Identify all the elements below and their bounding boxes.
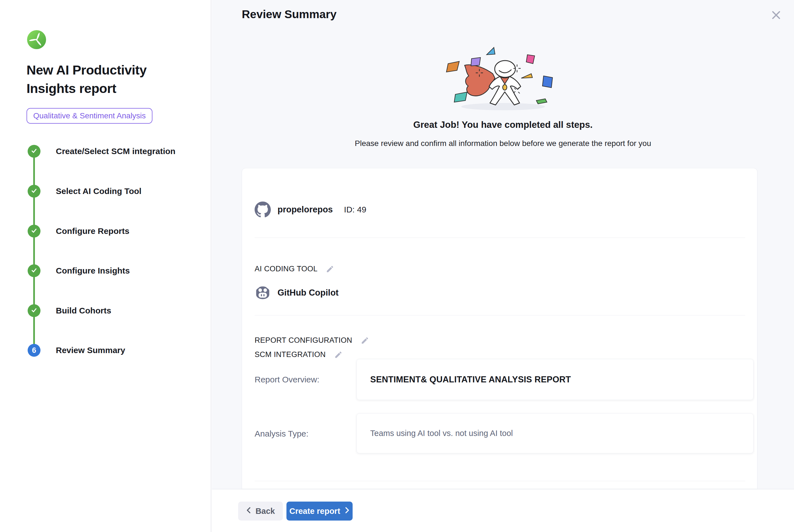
- congrats-message: Great Job! You have completed all steps.: [212, 119, 794, 130]
- scm-integration-id: ID: 49: [344, 205, 366, 214]
- ai-tool-section-label: AI CODING TOOL: [254, 265, 318, 273]
- check-icon: [31, 187, 37, 195]
- scm-integration-name: propelorepos: [278, 205, 333, 215]
- step-2-indicator[interactable]: [27, 185, 40, 197]
- review-note: Please review and confirm all informatio…: [212, 139, 794, 148]
- copilot-icon: [254, 285, 271, 301]
- scm-section-label: SCM INTEGRATION: [254, 350, 326, 359]
- section-divider: [254, 481, 745, 481]
- wizard-sidebar: New AI Productivity Insights report Qual…: [0, 0, 211, 532]
- section-divider: [254, 315, 745, 316]
- back-button-label: Back: [256, 507, 275, 516]
- panel-title: Review Summary: [242, 8, 337, 21]
- chevron-right-icon: [344, 507, 350, 516]
- stepper-connector: [33, 151, 35, 350]
- wizard-title: New AI Productivity Insights report: [26, 61, 177, 98]
- section-divider: [254, 238, 745, 238]
- sidebar-step-insights[interactable]: Configure Insights: [56, 266, 130, 276]
- github-icon: [254, 202, 271, 218]
- step-3-indicator[interactable]: [27, 225, 40, 238]
- report-overview-value: SENTIMENT& QUALITATIVE ANALYSIS REPORT: [357, 359, 754, 400]
- step-6-number: 6: [32, 346, 36, 355]
- close-icon[interactable]: [770, 8, 783, 22]
- sidebar-step-cohorts[interactable]: Build Cohorts: [56, 306, 111, 316]
- chevron-left-icon: [246, 507, 251, 516]
- check-icon: [31, 267, 37, 275]
- report-config-section-label: REPORT CONFIGURATION: [254, 336, 352, 345]
- sidebar-step-scm[interactable]: Create/Select SCM integration: [56, 147, 175, 156]
- analysis-type-badge: Qualitative & Sentiment Analysis: [26, 108, 152, 124]
- back-button[interactable]: Back: [238, 501, 283, 520]
- check-icon: [31, 227, 37, 235]
- edit-pencil-icon[interactable]: [326, 265, 334, 273]
- report-overview-label: Report Overview:: [254, 375, 319, 384]
- analysis-type-label: Analysis Type:: [254, 429, 308, 438]
- ai-tool-name: GitHub Copilot: [278, 288, 339, 298]
- propeller-icon: [27, 30, 46, 49]
- sidebar-step-reports[interactable]: Configure Reports: [56, 226, 129, 236]
- edit-pencil-icon[interactable]: [361, 336, 369, 345]
- step-1-indicator[interactable]: [27, 145, 40, 158]
- edit-pencil-icon[interactable]: [334, 350, 343, 359]
- create-report-button[interactable]: Create report: [286, 501, 353, 520]
- sidebar-step-ai-tool[interactable]: Select AI Coding Tool: [56, 187, 141, 196]
- summary-card: SCM INTEGRATION propelorepos ID: 49 AI C…: [242, 168, 757, 489]
- wizard-footer: Back Create report: [212, 489, 794, 532]
- step-6-indicator[interactable]: 6: [27, 344, 40, 357]
- superhero-confetti-illustration: [437, 41, 569, 113]
- step-4-indicator[interactable]: [27, 264, 40, 277]
- sidebar-step-review[interactable]: Review Summary: [56, 345, 125, 355]
- check-icon: [31, 147, 37, 155]
- analysis-type-value: Teams using AI tool vs. not using AI too…: [357, 413, 754, 453]
- create-report-label: Create report: [289, 507, 340, 516]
- check-icon: [31, 307, 37, 315]
- step-5-indicator[interactable]: [27, 304, 40, 317]
- review-summary-panel: Review Summary: [212, 0, 794, 489]
